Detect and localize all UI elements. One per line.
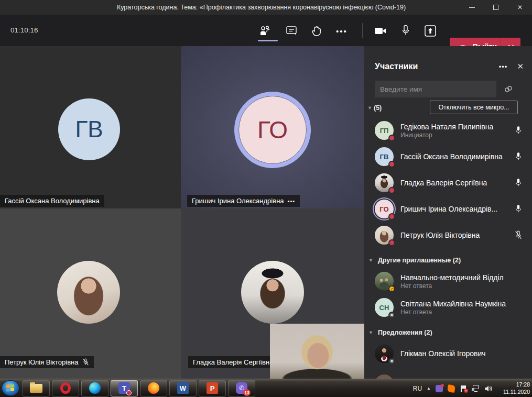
participant-row[interactable]: Петрук Юлія Вікторівна <box>364 222 532 248</box>
collapse-caret-icon: ▼ <box>368 330 373 335</box>
presence-offline-dot: ✕ <box>388 312 395 318</box>
presence-busy-dot <box>388 213 395 220</box>
copy-link-icon[interactable] <box>504 85 513 93</box>
window-title: Кураторська година. Тема: «Профілактика … <box>0 4 460 11</box>
collapse-caret-icon: ▼ <box>368 258 373 263</box>
avatar-photo: ✕ <box>375 344 394 363</box>
tray-viber-icon[interactable] <box>436 385 443 392</box>
participant-name: Петрук Юлія Вікторівна <box>400 231 513 239</box>
taskbar-firefox-button[interactable] <box>140 380 167 396</box>
avatar: СН✕ <box>375 298 394 317</box>
people-icon <box>258 25 271 37</box>
clock[interactable]: 17:28 11.11.2020 <box>498 381 530 395</box>
mic-on-icon[interactable] <box>513 178 524 188</box>
partial-avatar <box>375 374 394 379</box>
raised-hand-icon <box>311 25 322 37</box>
presence-away-dot <box>388 285 395 292</box>
meeting-toolbar: 01:10:16 ••• <box>0 15 532 46</box>
chat-button[interactable] <box>284 23 299 39</box>
collapse-caret-icon[interactable]: ▼ <box>367 105 372 111</box>
participant-row[interactable]: ГО Гришич Ірина Олександрів... <box>364 196 532 222</box>
participant-row[interactable]: СН✕ Світлана Михайлівна Наумкіна Нет отв… <box>364 294 532 321</box>
avatar-photo <box>375 226 394 245</box>
more-options-button[interactable]: ••• <box>334 23 350 39</box>
tray-date: 11.11.2020 <box>498 389 530 396</box>
presence-busy-dot <box>388 187 395 194</box>
participant-row[interactable]: Гладка Валерія Сергіївна <box>364 170 532 196</box>
maximize-icon <box>493 5 498 10</box>
avatar-initials: ГВ <box>58 98 120 160</box>
taskbar-opera-button[interactable] <box>52 380 79 396</box>
participant-name: Гассій Оксана Володимирівна <box>400 152 513 161</box>
panel-close-icon[interactable]: ✕ <box>517 62 524 71</box>
taskbar-word-button[interactable]: W <box>169 380 197 396</box>
participant-row[interactable]: Навчально-методичний Відділ Нет ответа <box>364 268 532 294</box>
microphone-button[interactable] <box>398 23 414 39</box>
taskbar-viber-button[interactable]: ✆13 <box>228 380 255 396</box>
language-indicator[interactable]: RU <box>413 385 422 392</box>
opera-icon <box>60 382 71 394</box>
participant-row[interactable]: ✕ Глікман Олексій Ігорович <box>364 340 532 367</box>
section-header-suggestions[interactable]: ▼ Предложения (2) <box>364 321 532 340</box>
participant-status: Нет ответа <box>400 308 524 316</box>
camera-icon <box>374 26 387 36</box>
active-tab-underline <box>258 40 278 41</box>
camera-button[interactable] <box>373 23 388 39</box>
avatar-photo <box>57 261 120 324</box>
share-screen-button[interactable] <box>422 23 438 39</box>
mic-muted-icon[interactable] <box>513 230 524 240</box>
minimize-button[interactable] <box>460 0 484 15</box>
participant-name: Глікман Олексій Ігорович <box>400 349 524 358</box>
mic-on-icon[interactable] <box>513 152 524 161</box>
avatar: ГВ <box>375 147 394 166</box>
participants-toggle-button[interactable] <box>257 23 273 39</box>
speaking-ring: ГО <box>234 92 311 168</box>
raise-hand-button[interactable] <box>309 23 324 39</box>
network-icon[interactable] <box>472 385 480 392</box>
participant-row[interactable]: ГВ Гассій Оксана Володимирівна <box>364 144 532 170</box>
participant-name: Гришич Ірина Олександрів... <box>400 205 513 213</box>
mute-all-button[interactable]: Отключить все микро... <box>430 101 518 114</box>
participant-search-input[interactable] <box>375 81 496 97</box>
video-tile-gryshych[interactable]: ГО Гришич Ірина Олександрівна ••• <box>181 46 364 208</box>
taskbar-teams-button[interactable]: T <box>111 380 138 396</box>
avatar: ГО <box>375 200 394 218</box>
more-icon: ••• <box>336 27 348 36</box>
start-button[interactable] <box>2 380 19 396</box>
mic-on-icon[interactable] <box>513 204 524 214</box>
video-tile-petruk[interactable]: Петрук Юлія Вікторівна <box>0 208 181 379</box>
participants-panel: Участники ••• ✕ ▼ (5) Отключить все микр… <box>364 46 532 379</box>
presence-busy-dot <box>388 239 395 246</box>
taskbar-edge-button[interactable] <box>81 380 108 396</box>
firefox-icon <box>148 382 159 394</box>
panel-title: Участники <box>375 62 499 71</box>
participant-name: Навчально-методичний Відділ <box>400 273 524 282</box>
mic-on-icon[interactable] <box>513 126 524 135</box>
tray-avast-icon[interactable] <box>447 384 455 393</box>
video-tile-gassiy[interactable]: ГВ Гассій Оксана Володимирівна <box>0 46 181 208</box>
maximize-button[interactable] <box>484 0 508 15</box>
avatar-photo <box>375 272 394 291</box>
participant-row[interactable]: ГП Гедікова Наталя Пилипівна Инициатор <box>364 117 532 144</box>
section-header-invited[interactable]: ▼ Другие приглашенные (2) <box>364 248 532 268</box>
action-center-flag-icon[interactable]: ✕ <box>460 385 467 392</box>
minimize-icon <box>469 7 475 8</box>
taskbar-powerpoint-button[interactable]: P <box>199 380 226 396</box>
close-button[interactable]: ✕ <box>508 0 532 15</box>
file-explorer-icon <box>30 384 42 393</box>
presence-busy-dot <box>388 135 395 141</box>
taskbar-explorer-button[interactable] <box>23 380 50 396</box>
mic-muted-icon <box>82 358 89 366</box>
tray-expand-icon[interactable]: ▲ <box>427 386 431 391</box>
tile-more-icon[interactable]: ••• <box>288 198 296 204</box>
participant-name: Гедікова Наталя Пилипівна <box>400 123 513 131</box>
panel-more-icon[interactable]: ••• <box>499 63 508 71</box>
windows-taskbar: T W P ✆13 RU ▲ ✕ 17:28 11.11.2020 <box>0 379 532 397</box>
video-tile-camera-feed[interactable] <box>270 324 364 379</box>
avatar-photo <box>375 173 394 192</box>
volume-icon[interactable] <box>484 385 493 392</box>
avatar-initials: ГО <box>238 96 307 164</box>
participant-name: Світлана Михайлівна Наумкіна <box>400 300 524 308</box>
avatar: ГП <box>375 121 394 140</box>
tile-name-label: Гладка Валерія Сергіївна <box>193 358 273 366</box>
